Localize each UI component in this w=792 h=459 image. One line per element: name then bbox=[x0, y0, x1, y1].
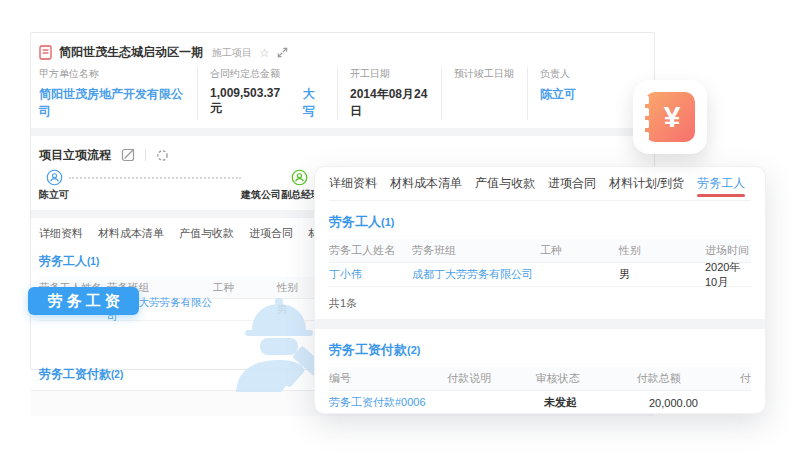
worker-table: 劳务工人姓名 劳务班组 工种 性别 进场时间 丁小伟 成都丁大劳劳务有限公司 男… bbox=[329, 239, 751, 319]
flow-node-initiator[interactable]: 陈立可 bbox=[39, 169, 69, 202]
favorite-star-icon[interactable]: ☆ bbox=[259, 47, 270, 59]
field-label: 甲方单位名称 bbox=[39, 67, 185, 81]
payment-table: 编号 付款说明 审核状态 付款总额 付 劳务工资付款#0006 未发起 20,0… bbox=[329, 367, 751, 414]
tab-output-receipts[interactable]: 产值与收款 bbox=[475, 167, 535, 200]
field-label: 开工日期 bbox=[350, 67, 429, 81]
tab-material-plan[interactable]: 材料计划/到货 bbox=[609, 167, 684, 200]
ledger-icon: ¥ bbox=[645, 92, 695, 142]
worker-table-row: 丁小伟 成都丁大劳劳务有限公司 男 2020年10月 bbox=[329, 263, 751, 287]
ledger-binding-notch bbox=[642, 96, 649, 104]
divider bbox=[145, 149, 146, 161]
tab-labor-workers-active[interactable]: 劳务工人 bbox=[697, 167, 745, 200]
col-crew: 劳务班组 bbox=[412, 243, 540, 258]
expand-icon[interactable] bbox=[277, 47, 288, 58]
approval-flow-title: 项目立项流程 bbox=[39, 147, 111, 164]
payment-table-row: 劳务工资付款#0006 未发起 20,000.00 bbox=[329, 391, 751, 414]
ledger-binding-notch bbox=[642, 132, 649, 140]
review-status-cell: 未发起 bbox=[544, 395, 649, 410]
col-gender: 性别 bbox=[619, 243, 705, 258]
section-divider bbox=[31, 128, 654, 136]
page: 简阳世茂生态城启动区一期 施工项目 ☆ 甲方单位名称 简阳世茂房地产开发有限公司… bbox=[0, 0, 792, 459]
field-manager: 负责人 陈立可 bbox=[527, 67, 637, 120]
ledger-binding-notch bbox=[642, 108, 649, 116]
yen-icon: ¥ bbox=[660, 102, 681, 132]
contract-amount: 1,009,503.37元 大写 bbox=[210, 86, 325, 120]
tab-output-receipts[interactable]: 产值与收款 bbox=[179, 226, 234, 241]
col-payment-total: 付款总额 bbox=[637, 371, 729, 386]
field-label: 合同约定总金额 bbox=[210, 67, 325, 81]
wage-payment-feature-card: ¥ bbox=[633, 80, 707, 154]
flow-node-name: 陈立可 bbox=[39, 188, 69, 202]
flow-chart-icon[interactable] bbox=[121, 148, 135, 162]
entry-time-cell: 2020年10月 bbox=[705, 260, 751, 290]
tab-detail[interactable]: 详细资料 bbox=[39, 226, 83, 241]
flow-connector bbox=[69, 177, 241, 179]
refresh-icon[interactable] bbox=[156, 149, 169, 162]
col-clipped: 付 bbox=[729, 371, 751, 386]
owner-company-link[interactable]: 简阳世茂房地产开发有限公司 bbox=[39, 86, 185, 120]
person-avatar-icon bbox=[46, 169, 63, 186]
project-type-tag: 施工项目 bbox=[212, 46, 252, 60]
project-fields: 甲方单位名称 简阳世茂房地产开发有限公司 合同约定总金额 1,009,503.3… bbox=[39, 67, 646, 120]
document-icon bbox=[39, 45, 52, 60]
col-worker-name: 劳务工人姓名 bbox=[329, 243, 412, 258]
field-expected-finish-date: 预计竣工日期 bbox=[441, 67, 527, 120]
tab-material-cost[interactable]: 材料成本清单 bbox=[390, 167, 462, 200]
crew-link[interactable]: 成都丁大劳劳务有限公司 bbox=[412, 267, 540, 282]
uppercase-amount-link[interactable]: 大写 bbox=[303, 86, 325, 120]
field-start-date: 开工日期 2014年08月24日 bbox=[337, 67, 441, 120]
section-divider bbox=[315, 319, 765, 329]
record-count: 共1条 bbox=[329, 287, 751, 319]
col-payment-note: 付款说明 bbox=[447, 371, 535, 386]
payment-table-header: 编号 付款说明 审核状态 付款总额 付 bbox=[329, 367, 751, 391]
worker-table-header: 劳务工人姓名 劳务班组 工种 性别 进场时间 bbox=[329, 239, 751, 263]
field-label: 负责人 bbox=[540, 67, 625, 81]
detail-tabs: 详细资料 材料成本清单 产值与收款 进项合同 材料计划/到货 劳务工人 bbox=[329, 167, 751, 201]
gender-cell: 男 bbox=[619, 267, 705, 282]
worker-name-link[interactable]: 丁小伟 bbox=[329, 267, 412, 282]
tab-input-contracts[interactable]: 进项合同 bbox=[548, 167, 596, 200]
field-contract-amount: 合同约定总金额 1,009,503.37元 大写 bbox=[197, 67, 337, 120]
col-entry-time: 进场时间 bbox=[705, 243, 751, 258]
approval-flow-header: 项目立项流程 bbox=[39, 146, 646, 164]
payment-section-title: 劳务工资付款(2) bbox=[329, 341, 751, 359]
col-number: 编号 bbox=[329, 371, 447, 386]
field-owner-company: 甲方单位名称 简阳世茂房地产开发有限公司 bbox=[39, 67, 197, 120]
labor-detail-card: 详细资料 材料成本清单 产值与收款 进项合同 材料计划/到货 劳务工人 劳务工人… bbox=[314, 166, 766, 414]
tab-input-contracts[interactable]: 进项合同 bbox=[249, 226, 293, 241]
tab-detail[interactable]: 详细资料 bbox=[329, 167, 377, 200]
tab-material-cost[interactable]: 材料成本清单 bbox=[98, 226, 164, 241]
col-review-status: 审核状态 bbox=[536, 371, 637, 386]
worker-section-title: 劳务工人(1) bbox=[329, 213, 751, 231]
payment-number-link[interactable]: 劳务工资付款#0006 bbox=[329, 395, 452, 410]
expected-finish-date bbox=[454, 86, 515, 100]
project-title: 简阳世茂生态城启动区一期 bbox=[59, 44, 203, 61]
payment-total-cell: 20,000.00 bbox=[649, 397, 745, 409]
field-label: 预计竣工日期 bbox=[454, 67, 515, 81]
start-date: 2014年08月24日 bbox=[350, 86, 429, 120]
person-avatar-icon bbox=[291, 169, 308, 186]
manager-link[interactable]: 陈立可 bbox=[540, 86, 625, 103]
ledger-binding-notch bbox=[642, 120, 649, 128]
col-trade: 工种 bbox=[540, 243, 619, 258]
project-header: 简阳世茂生态城启动区一期 施工项目 ☆ bbox=[39, 33, 646, 63]
wage-badge: 劳务工资 bbox=[28, 287, 139, 315]
